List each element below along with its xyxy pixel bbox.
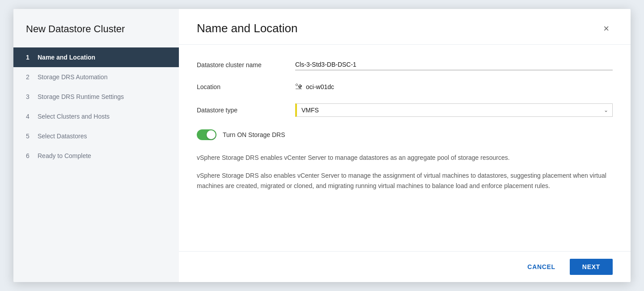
location-label: Location <box>197 83 295 90</box>
step-label: Select Clusters and Hosts <box>38 113 110 120</box>
storage-drs-toggle-row: Turn ON Storage DRS <box>197 129 613 140</box>
sidebar-title: New Datastore Cluster <box>13 9 179 47</box>
sidebar: New Datastore Cluster 1 Name and Locatio… <box>13 9 179 282</box>
main-body: Datastore cluster name Location 🏜 oci-w0… <box>179 45 631 251</box>
step-label: Ready to Complete <box>38 152 91 159</box>
datastore-type-select[interactable]: VMFS NFS <box>295 103 613 117</box>
step-label: Storage DRS Runtime Settings <box>38 93 124 100</box>
toggle-label: Turn ON Storage DRS <box>223 131 285 138</box>
datastore-type-label: Datastore type <box>197 107 295 114</box>
step-number: 5 <box>26 133 33 140</box>
location-text: oci-w01dc <box>306 83 334 90</box>
sidebar-nav: 1 Name and Location 2 Storage DRS Automa… <box>13 47 179 166</box>
step-number: 1 <box>26 54 33 61</box>
datastore-type-row: Datastore type VMFS NFS ⌄ <box>197 103 613 117</box>
step-label: Name and Location <box>38 54 95 61</box>
description-2: vSphere Storage DRS also enables vCenter… <box>197 171 613 191</box>
step-label: Select Datastores <box>38 133 87 140</box>
step-number: 6 <box>26 152 33 159</box>
cluster-name-label: Datastore cluster name <box>197 61 295 68</box>
cluster-name-row: Datastore cluster name <box>197 59 613 70</box>
toggle-knob <box>207 130 216 139</box>
main-header: Name and Location × <box>179 9 631 45</box>
cluster-name-input[interactable] <box>295 59 613 70</box>
main-footer: CANCEL NEXT <box>179 251 631 282</box>
page-title: Name and Location <box>197 21 297 35</box>
dialog-container: New Datastore Cluster 1 Name and Locatio… <box>13 9 631 282</box>
step-number: 2 <box>26 73 33 81</box>
cluster-name-value <box>295 59 613 70</box>
sidebar-item-1[interactable]: 1 Name and Location <box>13 47 179 67</box>
sidebar-item-2[interactable]: 2 Storage DRS Automation <box>13 67 179 87</box>
step-number: 4 <box>26 113 33 120</box>
description-1: vSphere Storage DRS enables vCenter Serv… <box>197 153 613 163</box>
close-button[interactable]: × <box>600 22 613 35</box>
cancel-button[interactable]: CANCEL <box>518 259 564 275</box>
storage-drs-toggle[interactable] <box>197 129 216 140</box>
sidebar-item-4[interactable]: 4 Select Clusters and Hosts <box>13 107 179 126</box>
sidebar-item-5[interactable]: 5 Select Datastores <box>13 126 179 146</box>
step-number: 3 <box>26 93 33 100</box>
main-content: Name and Location × Datastore cluster na… <box>179 9 631 282</box>
location-display: 🏜 oci-w01dc <box>295 83 613 91</box>
step-label: Storage DRS Automation <box>38 73 107 81</box>
sidebar-item-3[interactable]: 3 Storage DRS Runtime Settings <box>13 87 179 107</box>
location-value-container: 🏜 oci-w01dc <box>295 83 613 91</box>
next-button[interactable]: NEXT <box>570 259 613 275</box>
location-row: Location 🏜 oci-w01dc <box>197 83 613 91</box>
sidebar-item-6[interactable]: 6 Ready to Complete <box>13 146 179 166</box>
datastore-type-wrapper: VMFS NFS ⌄ <box>295 103 613 117</box>
datacenter-icon: 🏜 <box>295 83 302 91</box>
